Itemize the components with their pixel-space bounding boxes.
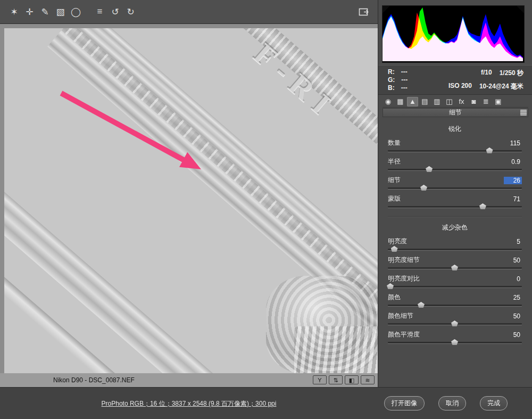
slider-thumb[interactable] [451, 339, 458, 345]
slider-track[interactable] [388, 305, 522, 306]
iso-value: ISO 200 [448, 82, 472, 91]
g-label: G: [388, 76, 395, 84]
slider-value-field[interactable]: 50 [504, 257, 522, 264]
preview-controls: Y⇅◧≋ [313, 375, 375, 384]
slider-track[interactable] [388, 169, 522, 170]
lens-value: 10-24@24 毫米 [479, 82, 523, 91]
tab-presets[interactable]: ≣ [480, 97, 492, 106]
slider-track[interactable] [388, 150, 522, 152]
toolbar: ✶✛✎▧◯≡↺↻ [0, 0, 378, 24]
tab-snapshots[interactable]: ▣ [493, 97, 504, 106]
r-label: R: [388, 68, 395, 76]
shutter-value: 1/250 秒 [500, 69, 523, 78]
slider-track[interactable] [388, 187, 522, 189]
slider-track[interactable] [388, 267, 522, 269]
slider-value-field[interactable]: 25 [504, 294, 522, 301]
panel-title: 细节 [449, 109, 462, 116]
g-value: --- [401, 76, 408, 84]
slider-thumb[interactable] [486, 147, 493, 153]
slider-label: 明亮度细节 [388, 256, 420, 265]
workflow-bar: ProPhoto RGB；16 位；3837 x 2548 (9.8 百万像素)… [0, 387, 378, 419]
slider-thumb[interactable] [420, 185, 427, 191]
slider-label: 半径 [388, 157, 401, 166]
adjustment-brush-tool[interactable]: ✎ [37, 4, 53, 19]
b-value: --- [401, 84, 408, 92]
b-label: B: [388, 84, 395, 92]
preview-options-button[interactable]: ≋ [361, 375, 375, 384]
preview-image[interactable]: F-RI [4, 28, 378, 373]
histogram [382, 5, 525, 63]
slider-value-field[interactable]: 5 [504, 238, 522, 245]
slider-label: 明亮度 [388, 237, 407, 246]
spot-removal-tool[interactable]: ✶ [6, 4, 22, 19]
slider-thumb[interactable] [426, 166, 433, 172]
slider-value-field[interactable]: 26 [504, 177, 522, 184]
panel-menu-button[interactable] [520, 110, 527, 116]
tab-tone-curve[interactable]: ▦ [395, 97, 406, 106]
slider-track[interactable] [388, 342, 522, 343]
slider-thumb[interactable] [479, 203, 486, 209]
r-value: --- [401, 68, 408, 76]
panel-tabs: ◉▦▲▤▥◫fx◙≣▣ [383, 96, 528, 108]
embossed-column-flutes [294, 326, 378, 373]
slider-label: 颜色细节 [388, 311, 413, 321]
open-image-button[interactable]: 打开图像 [384, 396, 425, 410]
detail-panel-body: 锐化数量115半径0.9细节26蒙版71减少杂色明亮度5明亮度细节50明亮度对比… [378, 118, 532, 387]
tab-lens-corrections[interactable]: ◫ [444, 97, 455, 106]
embossed-cornice-band [47, 28, 378, 373]
shot-info: f/10 1/250 秒 ISO 200 10-24@24 毫米 [448, 68, 523, 92]
preview-y-button[interactable]: Y [313, 375, 327, 384]
panel-header: 细节 [383, 108, 528, 117]
shadow-clipping-warning-icon[interactable] [383, 6, 390, 13]
slider-row: 细节26 [388, 176, 522, 189]
slider-label: 数量 [388, 138, 401, 147]
tab-split-toning[interactable]: ▥ [431, 97, 443, 106]
color-sampler-tool[interactable]: ✛ [22, 4, 37, 19]
slider-thumb[interactable] [418, 302, 425, 308]
slider-thumb[interactable] [391, 246, 398, 252]
slider-track[interactable] [388, 249, 522, 250]
preview-canvas[interactable]: F-RI [0, 24, 378, 373]
slider-label: 颜色平滑度 [388, 330, 420, 339]
slider-value-field[interactable]: 115 [504, 139, 522, 147]
preview-split-button[interactable]: ⇅ [329, 375, 343, 384]
slider-row: 明亮度5 [388, 237, 522, 250]
done-button[interactable]: 完成 [480, 396, 508, 410]
tab-detail[interactable]: ▲ [407, 97, 418, 106]
slider-value-field[interactable]: 0 [504, 275, 522, 283]
workflow-options-link[interactable]: ProPhoto RGB；16 位；3837 x 2548 (9.8 百万像素)… [0, 399, 378, 408]
highlight-clipping-warning-icon[interactable] [517, 6, 524, 13]
slider-value-field[interactable]: 50 [504, 313, 522, 320]
slider-row: 颜色细节50 [388, 312, 522, 325]
preview-before-after-button[interactable]: ◧ [345, 375, 359, 384]
rotate-left-button[interactable]: ↺ [107, 4, 123, 19]
camera-raw-window: ✶✛✎▧◯≡↺↻ F-RI Nikon D90 - DSC_0087.NEF [0, 0, 532, 419]
canvas-footer: Nikon D90 - DSC_0087.NEF Y⇅◧≋ [0, 373, 378, 387]
graduated-filter-tool[interactable]: ▧ [53, 4, 68, 19]
slider-value-field[interactable]: 50 [504, 331, 522, 339]
rotate-right-button[interactable]: ↻ [123, 4, 138, 19]
slider-value-field[interactable]: 71 [504, 195, 522, 203]
slider-track[interactable] [388, 323, 522, 325]
slider-thumb[interactable] [387, 283, 394, 289]
slider-value-field[interactable]: 0.9 [504, 158, 522, 166]
action-buttons-bar: 打开图像 取消 完成 [378, 387, 532, 419]
slider-track[interactable] [388, 206, 522, 208]
slider-thumb[interactable] [451, 321, 458, 326]
tab-camera-calibration[interactable]: ◙ [468, 97, 479, 106]
fullscreen-toggle-button[interactable] [358, 6, 371, 18]
slider-row: 颜色平滑度50 [388, 331, 522, 343]
slider-label: 细节 [388, 176, 401, 185]
adjustments-panel: R:--- G:--- B:--- f/10 1/250 秒 ISO 200 1… [378, 0, 532, 387]
slider-thumb[interactable] [451, 265, 458, 270]
embossed-building-text: F-RI [247, 36, 344, 127]
embossed-upper-band [219, 28, 378, 251]
preferences-button[interactable]: ≡ [92, 4, 107, 19]
slider-label: 明亮度对比 [388, 274, 420, 283]
radial-filter-tool[interactable]: ◯ [68, 4, 84, 19]
cancel-button[interactable]: 取消 [438, 396, 466, 410]
tab-effects[interactable]: fx [456, 97, 467, 106]
slider-track[interactable] [388, 286, 522, 287]
tab-basic[interactable]: ◉ [383, 97, 394, 106]
tab-hsl-grayscale[interactable]: ▤ [419, 97, 430, 106]
